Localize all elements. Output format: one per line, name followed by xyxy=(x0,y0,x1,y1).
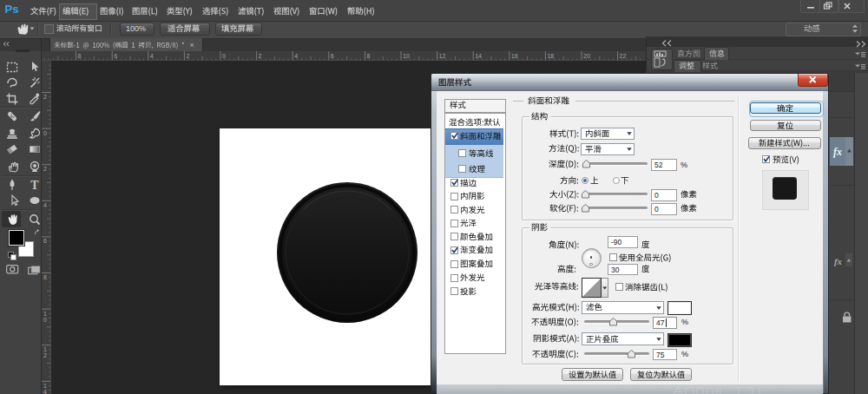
svg-text:10: 10 xyxy=(403,53,410,59)
svg-text:6: 6 xyxy=(331,53,334,59)
svg-text:2: 2 xyxy=(43,352,47,358)
svg-text:20: 20 xyxy=(583,53,590,59)
svg-text:1: 1 xyxy=(43,311,47,317)
svg-text:4: 4 xyxy=(150,53,154,59)
svg-text:0: 0 xyxy=(222,53,226,59)
svg-text:12: 12 xyxy=(439,53,446,59)
svg-text:2: 2 xyxy=(43,94,47,100)
svg-text:1: 1 xyxy=(43,346,47,352)
svg-text:16: 16 xyxy=(511,53,518,59)
svg-text:8: 8 xyxy=(366,53,370,59)
svg-text:2: 2 xyxy=(186,53,189,59)
svg-text:18: 18 xyxy=(547,53,554,59)
svg-text:1: 1 xyxy=(43,383,47,389)
svg-text:0: 0 xyxy=(43,317,47,323)
svg-text:2: 2 xyxy=(259,53,262,59)
svg-text:6: 6 xyxy=(114,53,117,59)
svg-text:14: 14 xyxy=(475,53,482,59)
svg-text:4: 4 xyxy=(43,202,47,208)
svg-text:2: 2 xyxy=(43,166,47,172)
svg-text:8: 8 xyxy=(78,53,82,59)
svg-text:4: 4 xyxy=(294,53,298,59)
svg-text:22: 22 xyxy=(620,53,627,59)
svg-text:4: 4 xyxy=(43,389,47,394)
svg-text:8: 8 xyxy=(43,274,47,280)
svg-text:6: 6 xyxy=(43,238,47,244)
svg-text:T: T xyxy=(30,179,39,192)
svg-text:0: 0 xyxy=(43,130,47,136)
